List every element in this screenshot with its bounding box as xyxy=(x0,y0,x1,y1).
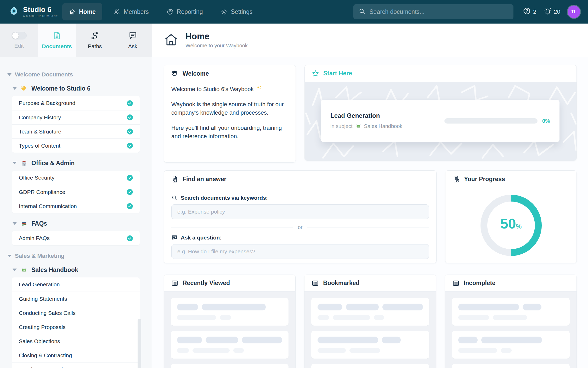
document-item[interactable]: Office Security xyxy=(12,171,140,185)
skeleton-pill xyxy=(501,348,512,353)
chat-bubble-icon xyxy=(171,235,178,241)
document-item[interactable]: Guiding Statements xyxy=(12,292,140,306)
tree-group-sales-marketing[interactable]: Sales & Marketing xyxy=(7,253,152,259)
nav-item-label: Members xyxy=(124,8,149,15)
list-card-header: Bookmarked xyxy=(304,275,436,292)
edit-toggle-cell: Edit xyxy=(0,24,38,57)
tab-documents[interactable]: Documents xyxy=(38,24,76,57)
skeleton-item xyxy=(171,331,289,359)
completed-check-icon xyxy=(126,188,133,196)
ask-question-input[interactable] xyxy=(171,244,429,259)
keyword-search-label: Search documents via keywords: xyxy=(181,195,268,201)
chevron-down-icon xyxy=(13,162,17,164)
global-search[interactable] xyxy=(353,4,513,19)
completed-check-icon xyxy=(126,114,133,121)
bookmarked-card: Bookmarked xyxy=(304,275,436,368)
welcome-paragraph: Waybook is the single source of truth fo… xyxy=(171,100,288,117)
nav-item-reporting[interactable]: Reporting xyxy=(160,3,210,20)
page-title: Home xyxy=(185,32,248,41)
sidebar-scrollbar-thumb[interactable] xyxy=(138,319,141,368)
brand-logo[interactable]: Studio 6 A MADE UP COMPANY xyxy=(8,5,62,18)
document-item-label: Sales Objections xyxy=(19,338,60,344)
skeleton-item xyxy=(452,298,570,326)
page-subtitle: Welcome to your Waybook xyxy=(185,43,248,49)
document-item[interactable]: Lead Generation xyxy=(12,277,140,292)
document-item-label: Office Security xyxy=(19,175,54,181)
nav-item-members[interactable]: Members xyxy=(107,3,155,20)
chevron-down-icon xyxy=(13,87,17,90)
skeleton-item xyxy=(171,298,289,326)
tab-label: Ask xyxy=(128,43,137,49)
home-page-icon xyxy=(163,32,179,48)
nav-item-settings[interactable]: Settings xyxy=(214,3,259,20)
find-answer-header: Find an answer xyxy=(164,171,436,187)
your-progress-body: 50 % xyxy=(445,187,576,263)
start-here-header: Start Here xyxy=(305,65,576,82)
help-button[interactable]: 2 xyxy=(523,7,536,16)
nav-right-cluster: 2 20 TL xyxy=(523,5,580,18)
keyword-search-input[interactable] xyxy=(171,204,429,219)
completed-check-icon xyxy=(126,142,133,149)
document-item-label: Closing & Contracting xyxy=(19,352,72,359)
skeleton-pill xyxy=(374,315,384,320)
skeleton-pill xyxy=(242,337,282,343)
document-item[interactable]: Types of Content xyxy=(12,138,140,153)
global-search-input[interactable] xyxy=(369,8,508,15)
skeleton-pill xyxy=(220,315,231,320)
document-item-label: Guiding Statements xyxy=(19,296,67,302)
document-item[interactable]: Team & Structure xyxy=(12,124,140,138)
list-card-title: Bookmarked xyxy=(323,280,359,287)
your-progress-card: Your Progress 50 % xyxy=(445,170,577,263)
list-card-title: Incomplete xyxy=(464,280,495,287)
edit-toggle[interactable] xyxy=(12,32,27,40)
user-avatar[interactable]: TL xyxy=(568,5,580,18)
start-here-card: Start Here xyxy=(304,65,577,161)
tree-group-welcome-documents[interactable]: Welcome Documents xyxy=(7,71,152,78)
document-item[interactable]: Internal Communication xyxy=(12,199,140,213)
document-list: Purpose & BackgroundCompany HistoryTeam … xyxy=(12,96,140,153)
document-item[interactable]: Passing to operations xyxy=(12,362,140,368)
tree-subject-welcome-to-studio-6[interactable]: Welcome to Studio 6 xyxy=(13,85,152,92)
skeleton-pill xyxy=(318,337,378,343)
nav-item-label: Home xyxy=(79,8,96,15)
tab-paths[interactable]: Paths xyxy=(76,24,114,57)
or-divider: or xyxy=(171,224,429,230)
document-item[interactable]: Closing & Contracting xyxy=(12,348,140,362)
ask-question-label: Ask a question: xyxy=(181,235,222,241)
top-nav: Studio 6 A MADE UP COMPANY HomeMembersRe… xyxy=(0,0,588,24)
skeleton-pill xyxy=(458,304,519,310)
list-card-title: Recently Viewed xyxy=(183,280,230,287)
skeleton-item xyxy=(452,364,570,368)
skeleton-pill xyxy=(346,304,379,310)
skeleton-pill xyxy=(333,315,370,320)
document-item[interactable]: Creating Proposals xyxy=(12,320,140,334)
nav-item-home[interactable]: Home xyxy=(62,3,102,20)
tree-subject-faqs[interactable]: FAQs xyxy=(13,220,152,227)
notification-count: 20 xyxy=(554,8,560,15)
chevron-down-icon xyxy=(7,255,12,257)
skeleton-item xyxy=(311,298,429,326)
money-wings-emoji xyxy=(355,122,362,130)
primary-nav: HomeMembersReportingSettings xyxy=(62,0,259,24)
document-item-label: GDPR Compliance xyxy=(19,189,65,195)
skeleton-item xyxy=(171,364,289,368)
document-item[interactable]: Company History xyxy=(12,110,140,124)
star-icon xyxy=(312,70,319,77)
document-item[interactable]: GDPR Compliance xyxy=(12,185,140,199)
document-item[interactable]: Sales Objections xyxy=(12,334,140,348)
start-here-item[interactable]: Lead Generation in subject Sales Handboo… xyxy=(321,100,559,142)
tab-ask[interactable]: Ask xyxy=(114,24,152,57)
office-building-emoji xyxy=(20,159,28,167)
notifications-button[interactable]: 20 xyxy=(544,7,560,16)
skeleton-pill xyxy=(233,348,244,353)
welcome-paragraph: Here you'll find all your onboarding, tr… xyxy=(171,124,288,141)
document-item-label: Passing to operations xyxy=(19,366,72,368)
tree-subject-sales-handbook[interactable]: Sales Handbook xyxy=(13,266,152,274)
progress-donut-value: 50 % xyxy=(480,194,542,257)
tree-subject-office-admin[interactable]: Office & Admin xyxy=(13,159,152,167)
help-icon xyxy=(523,7,531,16)
document-item[interactable]: Conducting Sales Calls xyxy=(12,306,140,320)
completed-check-icon xyxy=(126,128,133,135)
document-item[interactable]: Admin FAQs xyxy=(12,231,140,245)
document-item[interactable]: Purpose & Background xyxy=(12,96,140,110)
